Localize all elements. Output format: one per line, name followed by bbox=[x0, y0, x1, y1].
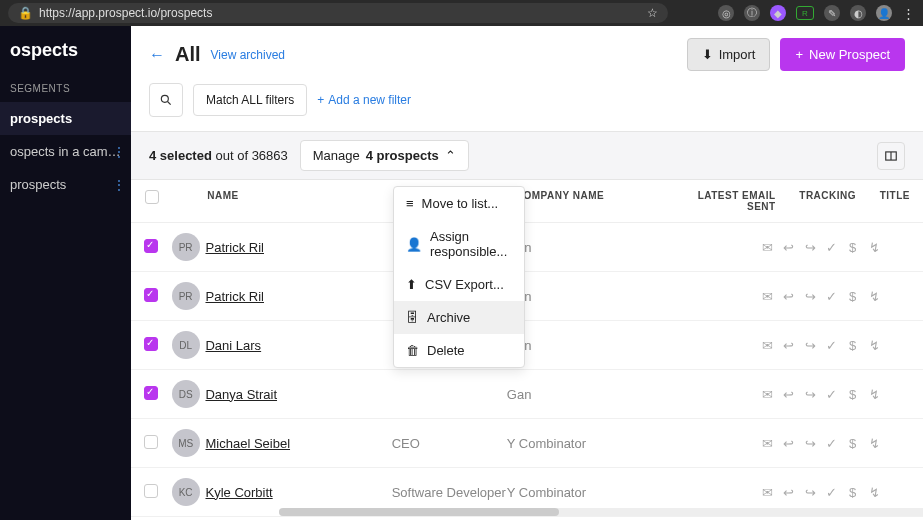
back-arrow-icon[interactable]: ← bbox=[149, 46, 165, 64]
forward-icon[interactable]: ↪ bbox=[803, 240, 816, 255]
trend-icon[interactable]: ↯ bbox=[867, 485, 880, 500]
row-checkbox[interactable] bbox=[144, 337, 158, 351]
sidebar-item-menu-icon[interactable]: ⋮ bbox=[113, 145, 125, 159]
trend-icon[interactable]: ↯ bbox=[867, 289, 880, 304]
col-company[interactable]: COMPANY NAME bbox=[516, 190, 689, 212]
view-archived-link[interactable]: View archived bbox=[211, 48, 285, 62]
trend-icon[interactable]: ↯ bbox=[867, 387, 880, 402]
columns-button[interactable] bbox=[877, 142, 905, 170]
search-button[interactable] bbox=[149, 83, 183, 117]
prospect-name-link[interactable]: Patrick Ril bbox=[205, 240, 264, 255]
star-icon[interactable]: ☆ bbox=[647, 6, 658, 20]
table-row: DSDanya StraitGan✉↩↪✓$↯ bbox=[131, 370, 923, 419]
reply-icon[interactable]: ↩ bbox=[782, 289, 795, 304]
mail-icon[interactable]: ✉ bbox=[761, 338, 774, 353]
check-icon[interactable]: ✓ bbox=[825, 387, 838, 402]
svg-point-0 bbox=[161, 95, 168, 102]
scroll-thumb[interactable] bbox=[279, 508, 559, 516]
dollar-icon[interactable]: $ bbox=[846, 387, 859, 402]
dropdown-item-archive[interactable]: 🗄Archive bbox=[394, 301, 524, 334]
manage-prospects-button[interactable]: Manage 4 prospects ⌃ bbox=[300, 140, 469, 171]
selection-text: 4 selected out of 36863 bbox=[149, 148, 288, 163]
mail-icon[interactable]: ✉ bbox=[761, 289, 774, 304]
url-text: https://app.prospect.io/prospects bbox=[39, 6, 212, 20]
row-actions: ✉↩↪✓$↯ bbox=[761, 240, 881, 255]
avatar-icon[interactable]: 👤 bbox=[876, 5, 892, 21]
ext-icon-5[interactable]: ✎ bbox=[824, 5, 840, 21]
trend-icon[interactable]: ↯ bbox=[867, 436, 880, 451]
ext-icon-3[interactable]: ◆ bbox=[770, 5, 786, 21]
avatar: DL bbox=[172, 331, 200, 359]
check-icon[interactable]: ✓ bbox=[825, 240, 838, 255]
check-icon[interactable]: ✓ bbox=[825, 289, 838, 304]
check-icon[interactable]: ✓ bbox=[825, 338, 838, 353]
row-checkbox[interactable] bbox=[144, 484, 158, 498]
prospect-name-link[interactable]: Dani Lars bbox=[205, 338, 261, 353]
reply-icon[interactable]: ↩ bbox=[782, 338, 795, 353]
dropdown-label: CSV Export... bbox=[425, 277, 504, 292]
h-scrollbar[interactable] bbox=[279, 508, 923, 516]
prospect-company: Y Combinator bbox=[507, 436, 676, 451]
mail-icon[interactable]: ✉ bbox=[761, 240, 774, 255]
check-icon[interactable]: ✓ bbox=[825, 436, 838, 451]
row-checkbox[interactable] bbox=[144, 386, 158, 400]
trend-icon[interactable]: ↯ bbox=[867, 240, 880, 255]
prospect-name-link[interactable]: Patrick Ril bbox=[205, 289, 264, 304]
mail-icon[interactable]: ✉ bbox=[761, 387, 774, 402]
prospect-company: Gan bbox=[507, 289, 676, 304]
prospect-name-link[interactable]: Michael Seibel bbox=[205, 436, 290, 451]
list-icon: ≡ bbox=[406, 196, 414, 211]
dollar-icon[interactable]: $ bbox=[846, 338, 859, 353]
col-tracking[interactable]: TRACKING bbox=[776, 190, 880, 212]
url-bar[interactable]: 🔒 https://app.prospect.io/prospects ☆ bbox=[8, 3, 668, 23]
forward-icon[interactable]: ↪ bbox=[803, 289, 816, 304]
ext-icon-6[interactable]: ◐ bbox=[850, 5, 866, 21]
dollar-icon[interactable]: $ bbox=[846, 289, 859, 304]
dollar-icon[interactable]: $ bbox=[846, 485, 859, 500]
chevron-up-icon: ⌃ bbox=[445, 148, 456, 163]
sidebar-item-2[interactable]: prospects⋮ bbox=[0, 168, 131, 201]
table-row: DLDani LarsGan✉↩↪✓$↯ bbox=[131, 321, 923, 370]
add-filter-link[interactable]: + Add a new filter bbox=[317, 93, 411, 107]
reply-icon[interactable]: ↩ bbox=[782, 485, 795, 500]
trend-icon[interactable]: ↯ bbox=[867, 338, 880, 353]
prospect-name-link[interactable]: Kyle Corbitt bbox=[205, 485, 272, 500]
kebab-icon[interactable]: ⋮ bbox=[902, 6, 915, 21]
sidebar-item-1[interactable]: ospects in a campai...⋮ bbox=[0, 135, 131, 168]
col-email[interactable]: LATEST EMAIL SENT bbox=[689, 190, 776, 212]
ext-icon-1[interactable]: ◎ bbox=[718, 5, 734, 21]
reply-icon[interactable]: ↩ bbox=[782, 240, 795, 255]
row-checkbox[interactable] bbox=[144, 239, 158, 253]
row-checkbox[interactable] bbox=[144, 288, 158, 302]
mail-icon[interactable]: ✉ bbox=[761, 485, 774, 500]
mail-icon[interactable]: ✉ bbox=[761, 436, 774, 451]
col-title[interactable]: TITLE bbox=[880, 190, 923, 212]
selected-count: 4 selected bbox=[149, 148, 212, 163]
dropdown-item-export[interactable]: ⬆CSV Export... bbox=[394, 268, 524, 301]
new-prospect-button[interactable]: + New Prospect bbox=[780, 38, 905, 71]
match-all-filter[interactable]: Match ALL filters bbox=[193, 84, 307, 116]
dollar-icon[interactable]: $ bbox=[846, 240, 859, 255]
import-button[interactable]: ⬇ Import bbox=[687, 38, 771, 71]
prospect-company: Y Combinator bbox=[507, 485, 676, 500]
dropdown-item-trash[interactable]: 🗑Delete bbox=[394, 334, 524, 367]
ext-icon-2[interactable]: ⓘ bbox=[744, 5, 760, 21]
export-icon: ⬆ bbox=[406, 277, 417, 292]
forward-icon[interactable]: ↪ bbox=[803, 338, 816, 353]
reply-icon[interactable]: ↩ bbox=[782, 436, 795, 451]
ext-icon-4[interactable]: R bbox=[796, 6, 814, 20]
dollar-icon[interactable]: $ bbox=[846, 436, 859, 451]
dropdown-item-list[interactable]: ≡Move to list... bbox=[394, 187, 524, 220]
prospect-name-link[interactable]: Danya Strait bbox=[205, 387, 277, 402]
forward-icon[interactable]: ↪ bbox=[803, 387, 816, 402]
select-all-checkbox[interactable] bbox=[145, 190, 159, 204]
dropdown-item-user[interactable]: 👤Assign responsible... bbox=[394, 220, 524, 268]
forward-icon[interactable]: ↪ bbox=[803, 485, 816, 500]
forward-icon[interactable]: ↪ bbox=[803, 436, 816, 451]
sidebar-item-0[interactable]: prospects bbox=[0, 102, 131, 135]
row-checkbox[interactable] bbox=[144, 435, 158, 449]
check-icon[interactable]: ✓ bbox=[825, 485, 838, 500]
sidebar-item-menu-icon[interactable]: ⋮ bbox=[113, 178, 125, 192]
col-name[interactable]: NAME bbox=[207, 190, 398, 212]
reply-icon[interactable]: ↩ bbox=[782, 387, 795, 402]
